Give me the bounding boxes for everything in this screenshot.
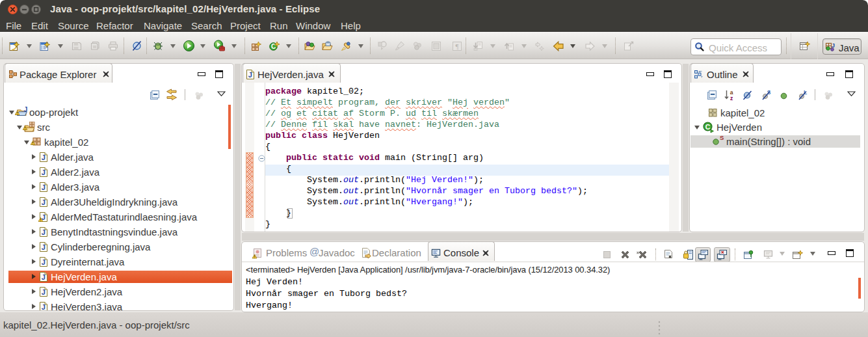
svg-text:J: J [832,42,835,49]
svg-text:J: J [24,107,28,113]
svg-text:¶: ¶ [456,42,459,50]
svg-text:z: z [730,95,733,101]
svg-text:C: C [705,122,711,130]
